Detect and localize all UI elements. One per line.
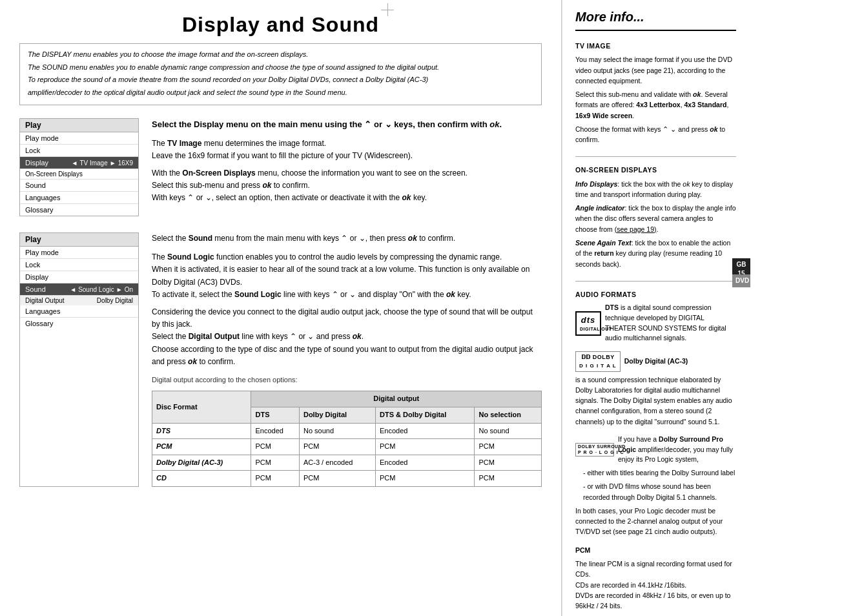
sound-menu-glossary[interactable]: Glossary xyxy=(20,318,138,329)
dts-header: dts DIGITAL OUT DTS is a digital sound c… xyxy=(575,303,736,344)
pcm-title: PCM xyxy=(575,545,736,555)
tv-image-label: TV Image xyxy=(79,159,107,167)
page-title: Display and Sound xyxy=(19,13,542,37)
sound-menu: Play Play mode Lock Display Sound ◄ Soun… xyxy=(19,232,139,487)
sound-menu-display[interactable]: Display xyxy=(20,271,138,283)
audio-format-surround: DOLBY SURROUND P R O · L O G I C If you … xyxy=(575,435,736,537)
sidebar-title: More info... xyxy=(575,10,736,31)
crosshair-top xyxy=(381,3,394,16)
row-pcm-dolby: PCM xyxy=(299,439,375,455)
on-screen-para3: Scene Again Text: tick the box to enable… xyxy=(575,238,736,269)
page-container: Display and Sound The DISPLAY menu enabl… xyxy=(0,0,853,616)
col-both: DTS & Dolby Digital xyxy=(376,407,475,424)
on-screen-title: ON-SCREEN DISPLAYS xyxy=(575,165,736,175)
tv-image-para2: Select this sub-menu and validate with o… xyxy=(575,89,736,121)
on-screen-para2: Angle indicator: tick the box to display… xyxy=(575,203,736,234)
display-text: Select the Display menu on the main menu… xyxy=(152,118,542,216)
row-pcm-both: PCM xyxy=(376,439,475,455)
col-disc-format: Disc Format xyxy=(152,391,251,423)
row-dolby-format: Dolby Digital (AC-3) xyxy=(152,455,251,471)
menu-item-sound[interactable]: Sound xyxy=(20,180,138,192)
digital-output-row[interactable]: Digital Output Dolby Digital xyxy=(20,296,138,305)
row-pcm-none: PCM xyxy=(475,439,542,455)
sound-menu-header: Play xyxy=(20,233,138,247)
display-menu: Play Play mode Lock Display ◄ TV Image ►… xyxy=(19,118,139,216)
arrow-left-icon: ◄ xyxy=(71,159,77,167)
intro-line4: amplifier/decoder to the optical digital… xyxy=(28,87,533,98)
main-content: Display and Sound The DISPLAY menu enabl… xyxy=(0,0,562,616)
surround-logo: DOLBY SURROUND P R O · L O G I C xyxy=(575,443,614,457)
divider2 xyxy=(575,281,736,282)
sound-menu-sound[interactable]: Sound ◄ Sound Logic ► On xyxy=(20,283,138,296)
dts-logo: dts DIGITAL OUT xyxy=(575,311,601,336)
surround-bullet1: - either with titles bearing the Dolby S… xyxy=(575,467,736,478)
audio-format-dolby: 𝔻𝔻 DOLBY D I G I T A L Dolby Digital (AC… xyxy=(575,351,736,427)
surround-intro: If you have a Dolby Surround Pro Logic a… xyxy=(618,435,736,465)
sound-arrow-left: ◄ xyxy=(70,286,76,293)
row-dolby-dts: PCM xyxy=(251,455,299,471)
menu-item-lock[interactable]: Lock xyxy=(20,145,138,157)
digital-output-table: Disc Format Digital output DTS Dolby Dig… xyxy=(152,391,542,487)
table-row: PCM PCM PCM PCM PCM xyxy=(152,439,542,455)
row-cd-dts: PCM xyxy=(251,471,299,487)
menu-item-languages[interactable]: Languages xyxy=(20,192,138,204)
row-dolby-dolby: AC-3 / encoded xyxy=(299,455,375,471)
audio-format-pcm: PCM The linear PCM is a signal recording… xyxy=(575,545,736,611)
dolby-intro-text: Dolby Digital (AC-3) xyxy=(624,356,688,367)
sidebar-on-screen: ON-SCREEN DISPLAYS Info Displays: tick t… xyxy=(575,165,736,269)
row-cd-both: PCM xyxy=(376,471,475,487)
display-para1: The TV Image menu determines the image f… xyxy=(152,138,542,162)
intro-line3: To reproduce the sound of a movie theatr… xyxy=(28,74,533,85)
row-dolby-none: PCM xyxy=(475,455,542,471)
sound-section: Play Play mode Lock Display Sound ◄ Soun… xyxy=(19,232,542,487)
col-none: No selection xyxy=(475,407,542,424)
display-instruction: Select the Display menu on the main menu… xyxy=(152,118,542,131)
row-dolby-both: Encoded xyxy=(376,455,475,471)
sound-logic-value: On xyxy=(125,286,133,293)
menu-item-play-mode[interactable]: Play mode xyxy=(20,132,138,145)
digital-output-label: Digital Output xyxy=(25,297,65,304)
row-dts-format: DTS xyxy=(152,423,251,439)
sound-para1: The Sound Logic function enables you to … xyxy=(152,251,542,301)
digital-output-value: Dolby Digital xyxy=(97,297,133,304)
row-cd-dolby: PCM xyxy=(299,471,375,487)
audio-formats-title: AUDIO FORMATS xyxy=(575,289,736,300)
menu-item-display[interactable]: Display ◄ TV Image ► 16X9 xyxy=(20,157,138,169)
table-row: Dolby Digital (AC-3) PCM AC-3 / encoded … xyxy=(152,455,542,471)
on-screen-submenu[interactable]: On-Screen Displays xyxy=(20,169,138,180)
intro-line2: The SOUND menu enables you to enable dyn… xyxy=(28,62,533,73)
row-pcm-dts: PCM xyxy=(251,439,299,455)
intro-line1: The DISPLAY menu enables you to choose t… xyxy=(28,49,533,60)
table-row: DTS Encoded No sound Encoded No sound xyxy=(152,423,542,439)
sound-para2: Considering the device you connect to th… xyxy=(152,306,542,368)
sound-text: Select the Sound menu from the main menu… xyxy=(152,232,542,487)
sound-arrow-right: ► xyxy=(116,286,123,293)
sound-menu-languages[interactable]: Languages xyxy=(20,305,138,318)
table-title: Digital output according to the chosen o… xyxy=(152,375,542,386)
on-screen-para1: Info Displays: tick the box with the ok … xyxy=(575,179,736,200)
col-dolby: Dolby Digital xyxy=(299,407,375,424)
sound-menu-lock[interactable]: Lock xyxy=(20,259,138,271)
sound-menu-play-mode[interactable]: Play mode xyxy=(20,247,138,259)
col-digital-output-header: Digital output xyxy=(251,391,542,407)
row-cd-format: CD xyxy=(152,471,251,487)
surround-bullet2: - or with DVD films whose sound has been… xyxy=(575,481,736,502)
surround-header: DOLBY SURROUND P R O · L O G I C If you … xyxy=(575,435,736,465)
arrow-right-icon: ► xyxy=(110,159,116,167)
tv-image-para3: Choose the format with keys ⌃ ⌄ and pres… xyxy=(575,124,736,145)
row-dts-dolby: No sound xyxy=(299,423,375,439)
divider1 xyxy=(575,156,736,157)
display-section: Play Play mode Lock Display ◄ TV Image ►… xyxy=(19,118,542,216)
row-dts-both: Encoded xyxy=(376,423,475,439)
menu-item-glossary[interactable]: Glossary xyxy=(20,204,138,216)
sound-instruction: Select the Sound menu from the main menu… xyxy=(152,232,542,245)
dts-text: DTS is a digital sound compression techn… xyxy=(605,303,736,344)
pcm-text: The linear PCM is a signal recording for… xyxy=(575,559,736,611)
sidebar-tv-image: TV IMAGE You may select the image format… xyxy=(575,41,736,145)
dolby-logo: 𝔻𝔻 DOLBY D I G I T A L xyxy=(575,351,621,372)
display-para2: With the On-Screen Displays menu, choose… xyxy=(152,167,542,205)
col-dts: DTS xyxy=(251,407,299,424)
dolby-full-text: is a sound compression technique elabora… xyxy=(575,375,736,427)
sidebar-audio-formats: AUDIO FORMATS dts DIGITAL OUT DTS is a d… xyxy=(575,289,736,611)
row-cd-none: PCM xyxy=(475,471,542,487)
